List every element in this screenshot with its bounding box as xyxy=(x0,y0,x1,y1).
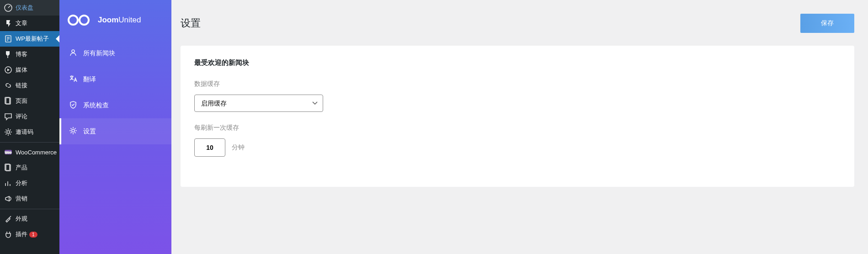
woo-icon: woo xyxy=(4,148,13,157)
pin2-icon xyxy=(4,50,13,59)
wp-menu-label: 插件 xyxy=(16,230,27,238)
user-icon xyxy=(69,48,78,58)
wp-menu-item-2[interactable]: WP最新帖子 xyxy=(0,31,59,47)
wp-menu-label: WooCommerce xyxy=(16,149,57,156)
wp-menu-item-0[interactable]: 仪表盘 xyxy=(0,0,59,16)
ju-menu-label: 翻译 xyxy=(83,75,96,84)
svg-text:woo: woo xyxy=(5,151,11,154)
wp-menu-item-4[interactable]: 媒体 xyxy=(0,62,59,78)
wp-menu-item-11[interactable]: 分析 xyxy=(0,175,59,191)
wp-menu-label: 邀请码 xyxy=(16,128,33,136)
gear-icon xyxy=(4,127,13,137)
joomunited-logo-icon xyxy=(68,13,93,27)
media-icon xyxy=(4,65,13,74)
wp-menu-item-13[interactable]: 外观 xyxy=(0,211,59,227)
brush-icon xyxy=(4,214,13,223)
cache-label: 数据缓存 xyxy=(194,80,841,88)
refresh-label: 每刷新一次缓存 xyxy=(194,124,841,132)
wp-menu-item-6[interactable]: 页面 xyxy=(0,93,59,109)
page-title: 设置 xyxy=(181,16,201,30)
shield-icon xyxy=(69,100,78,111)
svg-point-13 xyxy=(72,129,75,132)
dashboard-icon xyxy=(4,3,13,12)
link-icon xyxy=(4,81,13,90)
wp-menu-item-9[interactable]: wooWooCommerce xyxy=(0,144,59,160)
refresh-row: 分钟 xyxy=(194,138,841,157)
ju-menu-item-3[interactable]: 设置 xyxy=(59,118,171,144)
wp-menu-label: 链接 xyxy=(16,81,27,90)
analytics-icon xyxy=(4,179,13,188)
wp-menu-item-1[interactable]: 文章 xyxy=(0,16,59,31)
save-button[interactable]: 保存 xyxy=(800,14,854,33)
comment-icon xyxy=(4,112,13,121)
wp-menu-item-8[interactable]: 邀请码 xyxy=(0,124,59,140)
wp-menu-label: 外观 xyxy=(16,215,27,223)
translate-icon xyxy=(69,74,78,85)
wp-menu-label: 文章 xyxy=(16,19,27,27)
update-badge: 1 xyxy=(29,232,37,238)
pin-icon xyxy=(4,19,13,28)
ju-menu-item-0[interactable]: 所有新闻块 xyxy=(59,40,171,66)
cache-select-wrap: 启用缓存 xyxy=(194,95,323,112)
wp-menu-label: 仪表盘 xyxy=(16,4,33,12)
refresh-input[interactable] xyxy=(194,138,225,157)
ju-menu-label: 设置 xyxy=(83,127,96,136)
wp-menu-item-3[interactable]: 博客 xyxy=(0,47,59,62)
settings-card: 最受欢迎的新闻块 数据缓存 启用缓存 每刷新一次缓存 分钟 xyxy=(181,46,854,187)
ju-menu-label: 系统检查 xyxy=(83,101,109,110)
wp-admin-sidebar: 仪表盘文章WP最新帖子博客媒体链接页面评论邀请码wooWooCommerce产品… xyxy=(0,0,59,254)
joomunited-logo-text: JoomUnited xyxy=(98,16,141,25)
plugin-icon xyxy=(4,230,13,239)
svg-point-12 xyxy=(72,50,75,53)
page-icon xyxy=(4,96,13,106)
wp-menu-label: 媒体 xyxy=(16,66,27,74)
wp-menu-item-7[interactable]: 评论 xyxy=(0,109,59,124)
page-icon xyxy=(4,163,13,172)
wp-menu-label: 博客 xyxy=(16,50,27,58)
ju-menu-label: 所有新闻块 xyxy=(83,49,115,58)
wp-menu-label: 分析 xyxy=(16,179,27,187)
svg-point-10 xyxy=(69,16,78,25)
svg-point-11 xyxy=(80,16,89,25)
page-header: 设置 保存 xyxy=(181,14,854,33)
wp-menu-item-10[interactable]: 产品 xyxy=(0,160,59,175)
refresh-unit: 分钟 xyxy=(232,143,245,152)
megaphone-icon xyxy=(4,194,13,203)
main-content: 设置 保存 最受欢迎的新闻块 数据缓存 启用缓存 每刷新一次缓存 分钟 xyxy=(171,0,868,254)
gear-icon xyxy=(69,126,78,137)
cache-select[interactable]: 启用缓存 xyxy=(194,95,323,112)
joomunited-logo: JoomUnited xyxy=(59,8,171,40)
wp-menu-label: 页面 xyxy=(16,97,27,105)
wp-menu-item-14[interactable]: 插件1 xyxy=(0,227,59,242)
wp-menu-label: 产品 xyxy=(16,164,27,172)
wp-menu-item-5[interactable]: 链接 xyxy=(0,78,59,93)
wp-menu-item-12[interactable]: 营销 xyxy=(0,191,59,206)
joomunited-menu: 所有新闻块翻译系统检查设置 xyxy=(59,40,171,144)
joomunited-sidebar: JoomUnited 所有新闻块翻译系统检查设置 xyxy=(59,0,171,254)
svg-point-5 xyxy=(7,131,10,133)
refresh-field: 每刷新一次缓存 分钟 xyxy=(194,124,841,157)
cache-field: 数据缓存 启用缓存 xyxy=(194,80,841,112)
ju-menu-item-1[interactable]: 翻译 xyxy=(59,66,171,92)
wp-menu-label: WP最新帖子 xyxy=(16,35,49,43)
wp-menu-label: 评论 xyxy=(16,112,27,121)
post-icon xyxy=(4,34,13,43)
wp-menu-label: 营销 xyxy=(16,195,27,203)
ju-menu-item-2[interactable]: 系统检查 xyxy=(59,92,171,118)
card-title: 最受欢迎的新闻块 xyxy=(194,58,841,67)
